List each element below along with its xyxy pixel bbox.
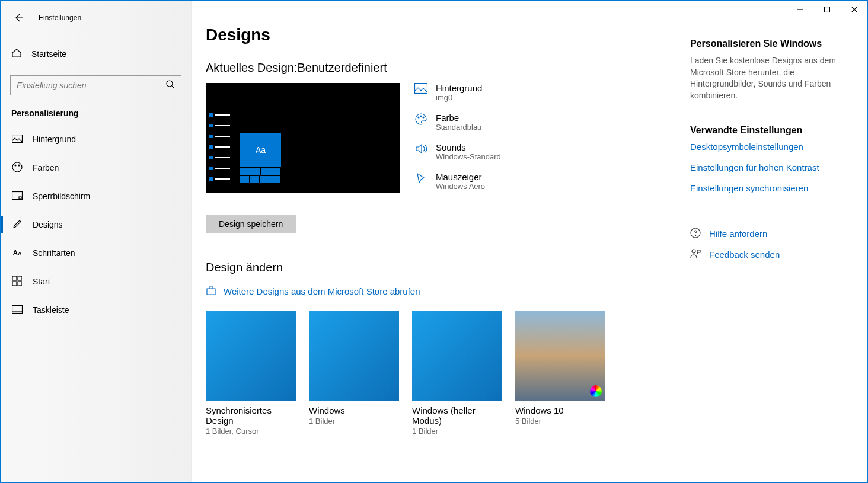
search-input[interactable] xyxy=(17,81,165,90)
nav-farben[interactable]: Farben xyxy=(1,153,191,182)
taskbar-icon xyxy=(11,305,23,315)
theme-preview: Aa xyxy=(206,83,400,193)
aside-personalize-text: Laden Sie kostenlose Designs aus dem Mic… xyxy=(690,55,850,101)
minimize-button[interactable] xyxy=(786,0,813,19)
svg-point-4 xyxy=(167,81,173,87)
prop-background[interactable]: Hintergrundimg0 xyxy=(414,83,690,102)
theme-card-sync[interactable]: Synchronisiertes Design 1 Bilder, Cursor xyxy=(206,311,296,436)
svg-point-21 xyxy=(423,117,424,118)
aside-personalize-head: Personalisieren Sie Windows xyxy=(690,39,850,49)
search-icon xyxy=(165,79,175,91)
home-label: Startseite xyxy=(31,49,66,59)
start-icon xyxy=(11,276,23,287)
help-link[interactable]: Hilfe anfordern xyxy=(690,228,850,240)
svg-rect-14 xyxy=(12,282,17,286)
svg-rect-18 xyxy=(415,84,427,94)
lockscreen-icon xyxy=(11,191,23,201)
palette-icon xyxy=(414,113,427,132)
svg-point-7 xyxy=(12,162,22,172)
svg-rect-13 xyxy=(18,276,22,280)
window-controls xyxy=(786,0,868,19)
app-title: Einstellungen xyxy=(39,14,81,22)
nav-designs[interactable]: Designs xyxy=(1,210,191,239)
svg-point-24 xyxy=(692,250,695,253)
svg-rect-6 xyxy=(12,135,23,142)
back-button[interactable] xyxy=(8,7,29,28)
save-theme-button[interactable]: Design speichern xyxy=(206,215,296,233)
svg-point-23 xyxy=(695,235,695,236)
palette-icon xyxy=(11,162,23,174)
help-icon xyxy=(690,228,701,240)
picture-icon xyxy=(11,135,23,145)
theme-card-windows[interactable]: Windows 1 Bilder xyxy=(309,311,399,436)
svg-rect-1 xyxy=(825,7,830,12)
nav-schriftarten[interactable]: AA Schriftarten xyxy=(1,239,191,267)
cursor-icon xyxy=(414,172,427,191)
svg-rect-15 xyxy=(18,282,22,286)
svg-point-8 xyxy=(15,165,16,166)
main-content: Designs Aktuelles Design:Benutzerdefinie… xyxy=(192,1,867,482)
sidebar: Einstellungen Startseite Personalisierun… xyxy=(1,1,192,482)
svg-point-19 xyxy=(418,117,419,118)
aside-related-head: Verwandte Einstellungen xyxy=(690,125,850,136)
theme-thumb xyxy=(412,311,502,401)
aside-panel: Personalisieren Sie Windows Laden Sie ko… xyxy=(690,25,867,482)
theme-thumb xyxy=(309,311,399,401)
close-button[interactable] xyxy=(841,0,868,19)
nav-hintergrund[interactable]: Hintergrund xyxy=(1,125,191,153)
store-link[interactable]: Weitere Designs aus dem Microsoft Store … xyxy=(206,285,690,298)
nav-sperrbildschirm[interactable]: Sperrbildschirm xyxy=(1,182,191,210)
picture-icon xyxy=(414,83,427,102)
theme-card-windows-light[interactable]: Windows (heller Modus) 1 Bilder xyxy=(412,311,502,436)
speaker-icon xyxy=(414,142,427,161)
svg-rect-16 xyxy=(12,305,23,313)
link-high-contrast[interactable]: Einstellungen für hohen Kontrast xyxy=(690,162,850,172)
home-link[interactable]: Startseite xyxy=(1,41,191,67)
change-theme-heading: Design ändern xyxy=(206,261,690,274)
home-icon xyxy=(11,47,22,60)
svg-point-20 xyxy=(420,116,422,117)
current-theme-heading: Aktuelles Design:Benutzerdefiniert xyxy=(206,61,690,75)
svg-line-5 xyxy=(172,86,174,88)
nav-taskleiste[interactable]: Taskleiste xyxy=(1,296,191,324)
theme-thumb xyxy=(206,311,296,401)
brush-icon xyxy=(11,219,23,231)
preview-tile-text: Aa xyxy=(240,133,281,167)
svg-point-9 xyxy=(18,165,20,166)
maximize-button[interactable] xyxy=(813,0,841,19)
search-box[interactable] xyxy=(10,75,181,95)
feedback-icon xyxy=(690,248,701,261)
prop-sounds[interactable]: SoundsWindows-Standard xyxy=(414,142,690,161)
link-sync-settings[interactable]: Einstellungen synchronisieren xyxy=(690,183,850,193)
svg-rect-11 xyxy=(19,197,21,199)
prop-cursor[interactable]: MauszeigerWindows Aero xyxy=(414,172,690,191)
theme-thumb xyxy=(515,311,605,401)
page-title: Designs xyxy=(206,25,690,44)
font-icon: AA xyxy=(11,249,23,257)
theme-card-windows10[interactable]: Windows 10 5 Bilder xyxy=(515,311,605,436)
nav-start[interactable]: Start xyxy=(1,267,191,296)
link-desktop-icons[interactable]: Desktopsymboleinstellungen xyxy=(690,142,850,152)
section-label: Personalisierung xyxy=(1,95,191,125)
feedback-link[interactable]: Feedback senden xyxy=(690,248,850,261)
prop-color[interactable]: FarbeStandardblau xyxy=(414,113,690,132)
svg-rect-12 xyxy=(12,276,17,280)
store-icon xyxy=(206,285,216,298)
colorwheel-icon xyxy=(590,385,602,397)
